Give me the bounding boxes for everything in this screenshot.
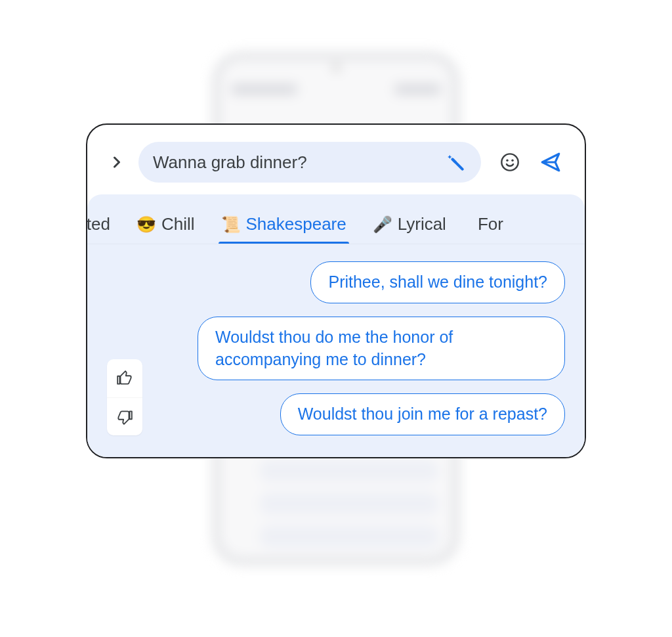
expand-button[interactable]: [104, 150, 129, 175]
tab-lyrical[interactable]: 🎤 Lyrical: [360, 208, 459, 244]
tab-formal[interactable]: For: [459, 208, 503, 244]
suggestion-list: Prithee, shall we dine tonight? Wouldst …: [87, 244, 585, 449]
feedback-buttons: [107, 359, 142, 435]
magic-wand-icon: [446, 152, 465, 172]
compose-row: Wanna grab dinner?: [87, 125, 585, 194]
thumbs-down-icon: [116, 408, 133, 426]
tab-label: Chill: [161, 214, 195, 234]
suggestion-item[interactable]: Wouldst thou do me the honor of accompan…: [198, 317, 565, 381]
suggestion-panel: cited 😎 Chill 📜 Shakespeare 🎤 Lyrical Fo…: [87, 194, 585, 458]
tab-label: Shakespeare: [246, 214, 346, 234]
svg-point-2: [511, 160, 513, 162]
send-icon: [539, 151, 562, 173]
tab-label: cited: [87, 214, 110, 234]
thumbs-up-icon: [116, 370, 133, 387]
tab-label: Lyrical: [398, 214, 446, 234]
tab-chill[interactable]: 😎 Chill: [123, 208, 208, 244]
suggestion-item[interactable]: Wouldst thou join me for a repast?: [280, 393, 565, 435]
smiley-icon: [499, 152, 520, 173]
thumbs-down-button[interactable]: [107, 397, 142, 435]
chevron-right-icon: [108, 153, 126, 171]
scroll-emoji-icon: 📜: [221, 215, 241, 234]
svg-point-0: [501, 154, 518, 170]
message-input[interactable]: Wanna grab dinner?: [138, 142, 481, 183]
thumbs-up-button[interactable]: [107, 359, 142, 397]
send-button[interactable]: [536, 148, 565, 177]
microphone-emoji-icon: 🎤: [373, 215, 392, 234]
tab-shakespeare[interactable]: 📜 Shakespeare: [208, 208, 360, 244]
sunglasses-emoji-icon: 😎: [136, 215, 156, 234]
magic-compose-button[interactable]: [444, 151, 467, 173]
magic-compose-card: Wanna grab dinner?: [86, 123, 586, 458]
emoji-button[interactable]: [495, 148, 524, 177]
message-input-text: Wanna grab dinner?: [153, 152, 438, 173]
suggestion-item[interactable]: Prithee, shall we dine tonight?: [310, 261, 565, 303]
tab-label: For: [478, 214, 503, 234]
svg-point-1: [506, 160, 508, 162]
tab-excited[interactable]: cited: [87, 208, 123, 244]
style-tabs: cited 😎 Chill 📜 Shakespeare 🎤 Lyrical Fo…: [87, 201, 585, 244]
